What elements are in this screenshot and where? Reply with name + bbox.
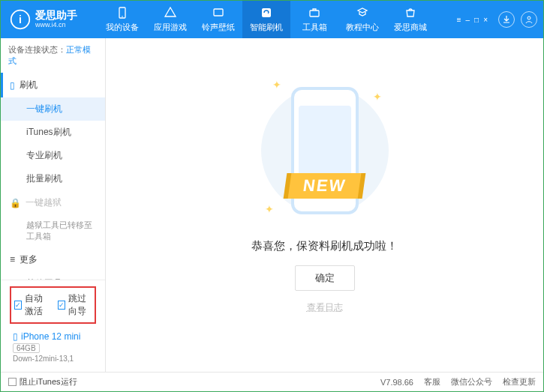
sidebar-item-batch-flash[interactable]: 批量刷机 [1,167,105,190]
wechat-link[interactable]: 微信公众号 [451,376,492,388]
logo-icon: i [10,9,31,30]
nav-store[interactable]: 爱思商城 [386,1,434,38]
connection-status: 设备连接状态：正常模式 [1,38,105,73]
status-label: 设备连接状态： [8,45,66,54]
view-log-link[interactable]: 查看日志 [307,301,343,314]
checkbox-label: 阻止iTunes运行 [20,376,77,388]
user-button[interactable] [521,11,537,28]
device-capacity: 64GB [13,343,40,353]
nav-flash[interactable]: 智能刷机 [242,1,290,38]
nav-label: 爱思商城 [394,22,427,33]
ok-button[interactable]: 确定 [295,265,355,291]
svg-text:i: i [19,13,22,25]
app-logo: i 爱思助手 www.i4.cn [1,9,98,30]
menu-icon[interactable]: ≡ [457,16,461,24]
support-link[interactable]: 客服 [424,376,440,388]
nav-my-device[interactable]: 我的设备 [98,1,146,38]
sidebar-item-other-tools[interactable]: 其他工具 [1,272,105,280]
checkbox-label: 跳过向导 [68,292,92,318]
svg-point-3 [122,16,123,17]
checkbox-skip-setup[interactable]: ✓跳过向导 [58,292,92,318]
sidebar-head-label: 一键越狱 [26,196,62,209]
list-icon: ≡ [10,254,15,265]
sidebar-head-label: 刷机 [20,79,38,91]
highlight-box: ✓自动激活 ✓跳过向导 [10,286,96,324]
nav-label: 铃声壁纸 [202,22,235,33]
content-area: ✦ ✦ ✦ NEW 恭喜您，保资料刷机成功啦！ 确定 查看日志 [106,38,543,372]
maximize-icon[interactable]: □ [474,16,479,24]
success-illustration: ✦ ✦ ✦ NEW [257,76,392,226]
jailbreak-note: 越狱工具已转移至工具箱 [1,215,105,247]
sidebar-item-itunes-flash[interactable]: iTunes刷机 [1,121,105,144]
device-name: iPhone 12 mini [21,331,80,342]
ringtone-icon [212,6,225,19]
close-icon[interactable]: × [483,16,488,24]
tutorial-icon [356,6,369,19]
nav-label: 工具箱 [302,22,327,33]
nav-label: 应用游戏 [154,22,187,33]
device-block[interactable]: ▯iPhone 12 mini 64GB Down-12mini-13,1 [7,328,99,367]
svg-point-7 [527,16,530,19]
app-title: 爱思助手 [35,10,77,21]
nav-label: 智能刷机 [250,22,283,33]
checkbox-label: 自动激活 [25,292,49,318]
phone-icon: ▯ [10,80,15,91]
svg-rect-4 [214,9,223,16]
nav-tutorial[interactable]: 教程中心 [338,1,386,38]
apps-icon [164,6,177,19]
nav-label: 教程中心 [346,22,379,33]
nav-label: 我的设备 [106,22,139,33]
checkbox-auto-activate[interactable]: ✓自动激活 [14,292,49,318]
sidebar-head-jailbreak: 🔒 一键越狱 [1,190,105,215]
sidebar-item-pro-flash[interactable]: 专业刷机 [1,144,105,167]
download-button[interactable] [498,11,515,28]
window-controls: ≡ – □ × [457,11,543,28]
sidebar: 设备连接状态：正常模式 ▯ 刷机 一键刷机 iTunes刷机 专业刷机 批量刷机… [1,38,106,372]
success-message: 恭喜您，保资料刷机成功啦！ [251,239,398,253]
check-update-link[interactable]: 检查更新 [503,376,536,388]
sidebar-head-more[interactable]: ≡ 更多 [1,247,105,272]
version-text: V7.98.66 [380,378,413,387]
flash-icon [260,6,273,19]
titlebar: i 爱思助手 www.i4.cn 我的设备 应用游戏 铃声壁纸 智能刷机 工具箱 [1,1,543,38]
nav-ringtone[interactable]: 铃声壁纸 [194,1,242,38]
minimize-icon[interactable]: – [466,16,470,24]
top-nav: 我的设备 应用游戏 铃声壁纸 智能刷机 工具箱 教程中心 爱思商城 [98,1,457,38]
checkbox-block-itunes[interactable]: 阻止iTunes运行 [8,376,77,388]
phone-icon: ▯ [13,331,18,342]
app-subtitle: www.i4.cn [35,22,77,29]
phone-icon [116,6,129,19]
toolbox-icon [308,6,321,19]
sidebar-head-label: 更多 [20,253,38,266]
svg-rect-5 [262,8,271,17]
sidebar-head-flash[interactable]: ▯ 刷机 [1,73,105,97]
sidebar-item-onekey-flash[interactable]: 一键刷机 [1,97,105,121]
nav-apps[interactable]: 应用游戏 [146,1,194,38]
lock-icon: 🔒 [10,198,21,208]
nav-toolbox[interactable]: 工具箱 [290,1,338,38]
new-ribbon: NEW [287,173,361,199]
svg-rect-6 [310,10,319,16]
device-download: Down-12mini-13,1 [13,355,93,363]
status-bar: 阻止iTunes运行 V7.98.66 客服 微信公众号 检查更新 [1,372,543,391]
store-icon [404,6,417,19]
